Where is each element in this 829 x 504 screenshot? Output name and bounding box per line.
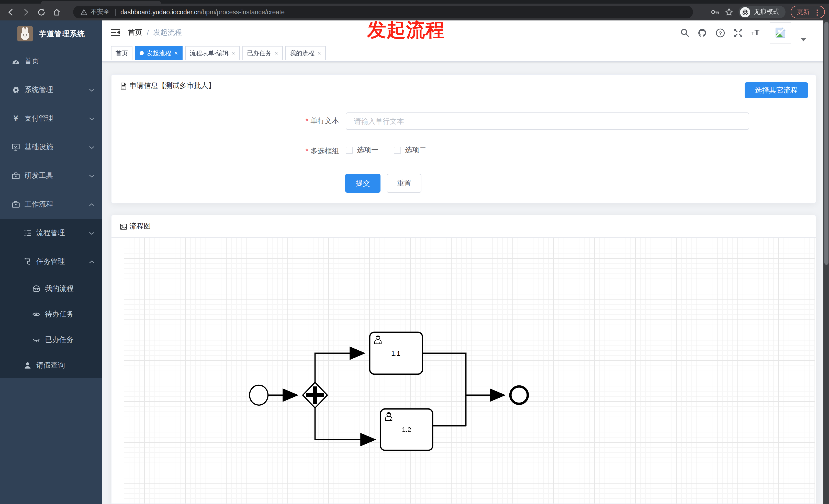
- url-path: /bpm/process-instance/create: [201, 8, 285, 15]
- avatar[interactable]: [770, 22, 791, 43]
- home-icon[interactable]: [49, 5, 65, 18]
- monitor-check-icon: [11, 143, 21, 151]
- bpmn-end-event[interactable]: [510, 386, 528, 404]
- kebab-menu-icon[interactable]: ⋮: [814, 8, 821, 15]
- page-scrollbar[interactable]: [823, 21, 829, 504]
- breadcrumb-current: 发起流程: [153, 28, 182, 37]
- close-icon[interactable]: ×: [232, 49, 235, 57]
- github-icon[interactable]: [697, 28, 707, 38]
- bpmn-parallel-gateway[interactable]: [303, 382, 327, 408]
- image-icon: [120, 223, 127, 230]
- back-icon[interactable]: [3, 5, 19, 18]
- reset-button[interactable]: 重置: [387, 174, 422, 193]
- bpmn-user-task-1-1[interactable]: 1.1: [370, 332, 423, 374]
- sidebar-item-todo-tasks[interactable]: 待办任务: [0, 302, 102, 327]
- incognito-badge: 无痕模式: [738, 6, 786, 18]
- checkbox-group: 选项一 选项二: [346, 146, 427, 155]
- sidebar-item-home[interactable]: 首页: [0, 47, 102, 76]
- help-icon[interactable]: ?: [716, 28, 725, 38]
- workflow-submenu: 流程管理 任务管理 我的流程 待办任务: [0, 219, 102, 378]
- sidebar: 芋道管理系统 首页 系统管理 ¥ 支付管理 基础设施: [0, 21, 102, 504]
- font-size-icon[interactable]: TT: [751, 28, 759, 37]
- active-dot-icon: [140, 51, 144, 55]
- tab-my-process[interactable]: 我的流程 ×: [285, 46, 326, 60]
- close-icon[interactable]: ×: [174, 49, 178, 57]
- incognito-icon: [740, 7, 750, 17]
- sidebar-item-infrastructure[interactable]: 基础设施: [0, 133, 102, 161]
- close-icon[interactable]: ×: [275, 49, 278, 57]
- sidebar-item-payment[interactable]: ¥ 支付管理: [0, 104, 102, 133]
- apply-info-panel: 申请信息【测试多审批人】 选择其它流程 单行文本 多选框组 选项一 选项二 提交…: [111, 74, 816, 203]
- tab-start-process[interactable]: 发起流程 ×: [135, 46, 183, 60]
- security-label: 不安全: [91, 8, 110, 16]
- tab-done-tasks[interactable]: 已办任务 ×: [243, 46, 283, 60]
- eye-closed-icon: [32, 336, 41, 344]
- chevron-down-icon: [89, 117, 95, 120]
- chevron-up-icon: [89, 260, 95, 264]
- not-secure-icon: [80, 8, 87, 15]
- checkbox-icon[interactable]: [346, 147, 353, 154]
- url-bar[interactable]: 不安全 dashboard.yudao.iocoder.cn/bpm/proce…: [73, 6, 693, 18]
- sidebar-item-done-tasks[interactable]: 已办任务: [0, 327, 102, 353]
- diagram-panel-title: 流程图: [120, 222, 151, 231]
- browser-tabstrip: [0, 0, 829, 4]
- sidebar-item-workflow[interactable]: 工作流程: [0, 190, 102, 219]
- bpmn-canvas[interactable]: 1.1 1.2: [124, 238, 815, 503]
- scrollbar-thumb[interactable]: [824, 22, 828, 265]
- choose-other-process-button[interactable]: 选择其它流程: [745, 82, 808, 98]
- screen: 不安全 dashboard.yudao.iocoder.cn/bpm/proce…: [0, 0, 829, 504]
- key-icon[interactable]: [711, 8, 720, 16]
- yen-icon: ¥: [11, 114, 21, 123]
- bpmn-user-task-1-2[interactable]: 1.2: [381, 409, 433, 450]
- chevron-down-icon: [89, 174, 95, 178]
- robot-face-icon: [32, 285, 41, 293]
- text-field-label: 单行文本: [262, 117, 339, 126]
- bookmark-star-icon[interactable]: [725, 8, 733, 16]
- checkbox-icon[interactable]: [394, 147, 401, 154]
- briefcase-icon: [11, 200, 21, 208]
- tab-process-form-edit[interactable]: 流程表单-编辑 ×: [185, 46, 240, 60]
- fullscreen-icon[interactable]: [733, 28, 743, 38]
- checkbox-field-label: 多选框组: [262, 147, 339, 156]
- breadcrumb-home[interactable]: 首页: [128, 28, 142, 37]
- sidebar-item-dev-tools[interactable]: 研发工具: [0, 161, 102, 190]
- dashboard-icon: [11, 57, 21, 66]
- reload-icon[interactable]: [34, 5, 49, 18]
- sidebar-item-leave-query[interactable]: 请假查询: [0, 353, 102, 378]
- single-line-text-input[interactable]: [346, 112, 749, 130]
- chevron-down-icon: [89, 231, 95, 235]
- app-logo-row[interactable]: 芋道管理系统: [0, 21, 102, 47]
- sidebar-item-my-process[interactable]: 我的流程: [0, 276, 102, 302]
- search-icon[interactable]: [680, 28, 689, 37]
- page-title-annotation: 发起流程: [367, 17, 445, 43]
- url-host: dashboard.yudao.iocoder.cn: [120, 8, 201, 15]
- tab-home[interactable]: 首页: [111, 46, 133, 60]
- list-tree-icon: [23, 229, 32, 237]
- sidebar-item-system[interactable]: 系统管理: [0, 76, 102, 104]
- sidebar-item-task-mgmt[interactable]: 任务管理: [0, 247, 102, 276]
- update-label: 更新: [797, 8, 809, 16]
- tag-view-bar: 首页 发起流程 × 流程表单-编辑 × 已办任务 × 我的流程 ×: [102, 45, 829, 62]
- sidebar-collapse-icon[interactable]: [111, 29, 120, 36]
- chevron-down-icon: [89, 146, 95, 149]
- task-label: 1.2: [402, 426, 411, 433]
- flow-gateway-task1: [315, 353, 363, 382]
- process-diagram-panel: 流程图: [111, 215, 816, 504]
- chevron-down-icon[interactable]: [800, 38, 806, 41]
- checkbox-option-1[interactable]: 选项一: [346, 146, 379, 155]
- apply-panel-title: 申请信息【测试多审批人】: [120, 81, 215, 90]
- checkbox-option-2[interactable]: 选项二: [394, 146, 427, 155]
- forward-icon[interactable]: [19, 5, 34, 18]
- app-logo: [17, 26, 33, 41]
- browser-active-tab[interactable]: [41, 1, 161, 4]
- close-icon[interactable]: ×: [318, 49, 321, 57]
- bpmn-diagram: 1.1 1.2: [124, 238, 816, 504]
- sidebar-item-process-mgmt[interactable]: 流程管理: [0, 219, 102, 247]
- bpmn-start-event[interactable]: [250, 385, 268, 405]
- update-chip[interactable]: 更新 ⋮: [791, 6, 825, 18]
- task-label: 1.1: [391, 350, 400, 357]
- app-navbar: 首页 / 发起流程 ? TT: [102, 21, 829, 45]
- breadcrumb-separator: /: [147, 29, 149, 37]
- submit-button[interactable]: 提交: [345, 174, 381, 193]
- chevron-down-icon: [89, 88, 95, 92]
